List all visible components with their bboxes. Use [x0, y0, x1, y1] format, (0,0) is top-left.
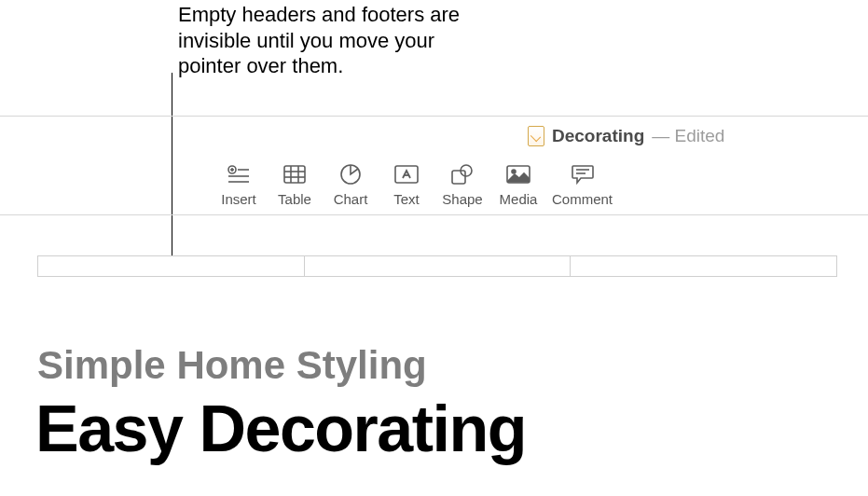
header-field-left[interactable] [38, 256, 305, 276]
shape-icon [449, 163, 475, 186]
svg-rect-6 [284, 166, 305, 183]
header-field-right[interactable] [571, 256, 836, 276]
insert-label: Insert [221, 191, 256, 207]
table-label: Table [278, 191, 311, 207]
insert-button[interactable]: Insert [216, 163, 261, 207]
header-field-center[interactable] [305, 256, 572, 276]
comment-label: Comment [552, 191, 613, 207]
table-button[interactable]: Table [272, 163, 317, 207]
table-icon [282, 163, 308, 186]
header-fields-container [37, 255, 837, 277]
document-subtitle[interactable]: Simple Home Styling [37, 343, 427, 388]
window-title-bar: Decorating — Edited [0, 116, 868, 155]
document-heading[interactable]: Easy Decorating [35, 392, 526, 466]
svg-rect-14 [452, 171, 465, 184]
comment-icon [570, 163, 596, 186]
document-icon [528, 126, 544, 146]
toolbar: Insert Table Chart [0, 155, 868, 215]
text-label: Text [393, 191, 420, 207]
chart-label: Chart [334, 191, 368, 207]
callout-text: Empty headers and footers are invisible … [178, 2, 495, 79]
media-button[interactable]: Media [496, 163, 541, 207]
media-icon [505, 163, 531, 186]
chart-icon [338, 163, 364, 186]
insert-icon [226, 163, 252, 186]
shape-label: Shape [442, 191, 482, 207]
chart-button[interactable]: Chart [328, 163, 373, 207]
svg-rect-12 [395, 166, 418, 183]
document-title[interactable]: Decorating [552, 126, 644, 146]
media-label: Media [500, 191, 538, 207]
text-icon [393, 163, 420, 186]
svg-point-17 [512, 170, 516, 173]
text-button[interactable]: Text [384, 163, 429, 207]
document-status: — Edited [652, 126, 724, 146]
shape-button[interactable]: Shape [440, 163, 485, 207]
comment-button[interactable]: Comment [552, 163, 613, 207]
